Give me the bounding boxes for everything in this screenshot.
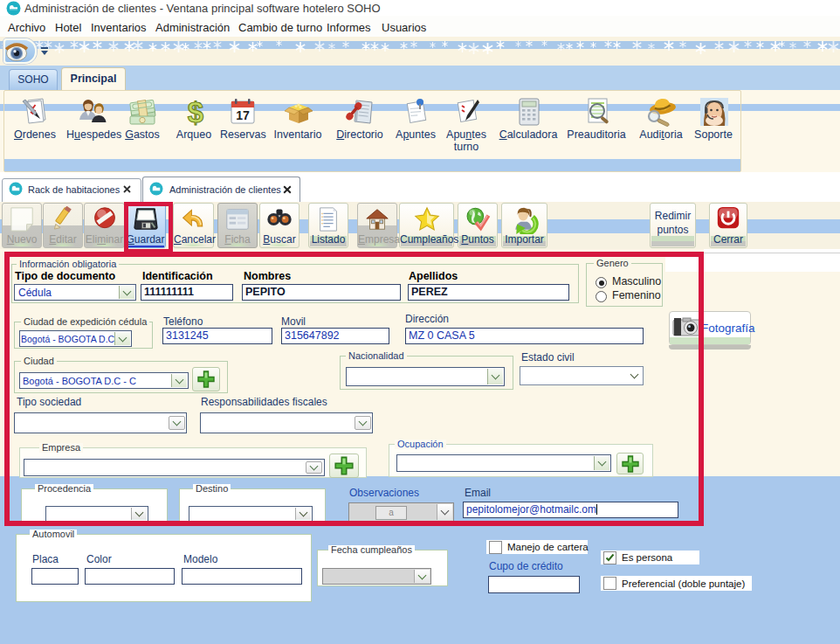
svg-text:$: $ (188, 96, 203, 128)
svg-text:17: 17 (236, 108, 250, 122)
